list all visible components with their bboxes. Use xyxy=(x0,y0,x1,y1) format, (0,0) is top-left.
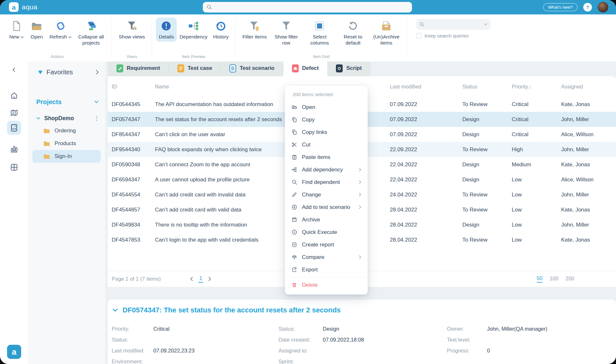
chevron-down-icon[interactable] xyxy=(36,117,40,120)
nav-items-button[interactable] xyxy=(7,121,21,135)
nav-home-button[interactable] xyxy=(7,88,21,103)
folder-item-ordering[interactable]: Ordering xyxy=(32,124,101,137)
menu-item-copy-links[interactable]: Copy links xyxy=(285,126,368,138)
detail-title: DF0574347: The set status for the accoun… xyxy=(123,306,341,314)
field-label: Priority: xyxy=(112,326,153,332)
menu-item-open[interactable]: Open xyxy=(285,101,368,113)
delete-icon xyxy=(291,282,297,288)
menu-item-paste-items[interactable]: Paste items xyxy=(285,151,368,163)
ribbon-group-actions: New Open Refresh xyxy=(4,14,110,62)
details-button[interactable]: Details xyxy=(156,18,177,42)
collapse-all-projects-button[interactable]: Collapse all projects xyxy=(74,18,108,48)
tab-script[interactable]: Script xyxy=(327,60,370,76)
folder-item-sign-in[interactable]: Sign-In xyxy=(32,150,101,163)
tab-requirement[interactable]: Requirement xyxy=(108,60,169,76)
collapse-projects-icon xyxy=(86,21,97,31)
aqua-logo-icon: a xyxy=(7,345,21,359)
collapse-sidebar-button[interactable] xyxy=(7,63,21,77)
field-label: Assigned to: xyxy=(278,348,323,354)
page-size-selector: 50 100 200 xyxy=(537,275,574,283)
column-header-priority[interactable]: Priority↓ xyxy=(512,84,561,90)
menu-item-find-dependent[interactable]: Find dependent xyxy=(285,176,368,188)
ribbon-group-caption: Views xyxy=(114,54,150,59)
submenu-chevron-icon xyxy=(359,205,361,209)
global-search[interactable] xyxy=(203,2,412,12)
field-label: Date created: xyxy=(278,337,323,343)
folder-item-products[interactable]: Products xyxy=(32,137,101,150)
projects-section-header[interactable]: Projects xyxy=(29,97,105,107)
select-columns-icon xyxy=(314,21,325,31)
menu-item-create-report[interactable]: Create report xyxy=(285,238,368,251)
submenu-chevron-icon xyxy=(359,193,361,197)
menu-item-add-to-test-scenario[interactable]: Add to test scenario xyxy=(285,201,368,213)
nav-map-button[interactable] xyxy=(7,106,21,120)
create-report-icon xyxy=(291,242,297,248)
reset-to-default-button[interactable]: Reset to default xyxy=(336,18,370,48)
help-button[interactable]: ? xyxy=(583,3,592,12)
reset-default-icon xyxy=(348,21,358,31)
test-case-icon xyxy=(177,64,184,72)
menu-item-cut[interactable]: Cut xyxy=(285,138,368,151)
grid-search[interactable] xyxy=(416,19,491,30)
submenu-chevron-icon xyxy=(359,180,361,184)
new-button[interactable]: New xyxy=(6,18,27,42)
select-columns-button[interactable]: Select columns xyxy=(303,18,336,48)
tab-defect[interactable]: Defect xyxy=(283,60,328,76)
page-size-100[interactable]: 100 xyxy=(550,276,559,282)
sort-desc-icon: ↓ xyxy=(529,84,531,89)
context-menu: 200 items selected Open Copy Copy links … xyxy=(285,86,368,294)
current-page[interactable]: 1 xyxy=(198,275,203,283)
column-header-last-modified[interactable]: Last modified xyxy=(390,84,462,90)
brand: a aqua xyxy=(9,2,38,12)
favorites-section[interactable]: ♥ Favorites xyxy=(29,66,105,78)
menu-item-change[interactable]: Change xyxy=(285,188,368,201)
chevron-down-icon[interactable] xyxy=(484,23,487,26)
change-icon xyxy=(291,192,297,198)
chevron-down-icon[interactable] xyxy=(112,308,118,312)
user-avatar[interactable] xyxy=(598,2,608,12)
open-button[interactable]: Open xyxy=(27,18,47,42)
field-label: Status: xyxy=(112,337,153,343)
filter-items-icon xyxy=(249,21,260,31)
ribbon-group-caption: Item Preview xyxy=(154,54,234,59)
dependency-button[interactable]: Dependency xyxy=(177,18,210,42)
filter-items-button[interactable]: Filter items xyxy=(239,18,270,42)
menu-item-compare[interactable]: Compare xyxy=(285,251,368,263)
detail-title-row[interactable]: DF0574347: The set status for the accoun… xyxy=(112,306,616,314)
history-button[interactable]: History xyxy=(210,18,231,42)
tab-test-scenario[interactable]: Test scenario xyxy=(221,60,283,76)
field-value: John, Miller(QA manager) xyxy=(487,326,547,332)
project-menu-button[interactable]: ⋮ xyxy=(94,115,99,122)
column-header-assigned[interactable]: Assigned xyxy=(561,84,616,90)
refresh-button[interactable]: Refresh xyxy=(47,18,74,42)
cut-icon xyxy=(291,142,297,148)
page-size-50[interactable]: 50 xyxy=(537,275,543,283)
show-filter-row-button[interactable]: Show filter row xyxy=(270,18,303,48)
menu-item-add-dependency[interactable]: Add dependency xyxy=(285,163,368,176)
show-views-button[interactable]: Show views xyxy=(116,18,148,42)
chevron-right-icon[interactable] xyxy=(96,70,99,75)
menu-item-copy[interactable]: Copy xyxy=(285,113,368,126)
project-node-shopdemo[interactable]: ShopDemo ⋮ xyxy=(29,112,105,124)
menu-item-quick-execute[interactable]: Quick Execute xyxy=(285,226,368,238)
nav-dashboard-button[interactable] xyxy=(7,160,21,174)
global-search-input[interactable] xyxy=(215,4,408,10)
prev-page-button[interactable] xyxy=(190,277,193,281)
menu-item-delete[interactable]: Delete xyxy=(285,279,368,291)
menu-item-archive[interactable]: Archive xyxy=(285,213,368,226)
page-size-200[interactable]: 200 xyxy=(565,276,574,282)
chevron-down-icon[interactable] xyxy=(94,100,99,103)
grid-search-input[interactable] xyxy=(427,21,481,27)
unarchive-items-button[interactable]: (Un)Archive items xyxy=(370,18,403,48)
column-header-id[interactable]: ID xyxy=(112,84,155,90)
nav-statistics-button[interactable] xyxy=(7,142,21,156)
next-page-button[interactable] xyxy=(208,277,211,281)
ribbon-separator xyxy=(235,18,235,57)
field-label: Test level: xyxy=(447,337,487,343)
script-icon xyxy=(336,64,343,72)
tab-test-case[interactable]: Test case xyxy=(169,60,221,76)
keep-search-queries-checkbox[interactable]: Keep search queries xyxy=(416,33,491,38)
whats-new-button[interactable]: What's new? xyxy=(543,3,578,11)
column-header-status[interactable]: Status xyxy=(462,84,512,90)
menu-item-export[interactable]: Export xyxy=(285,263,368,276)
